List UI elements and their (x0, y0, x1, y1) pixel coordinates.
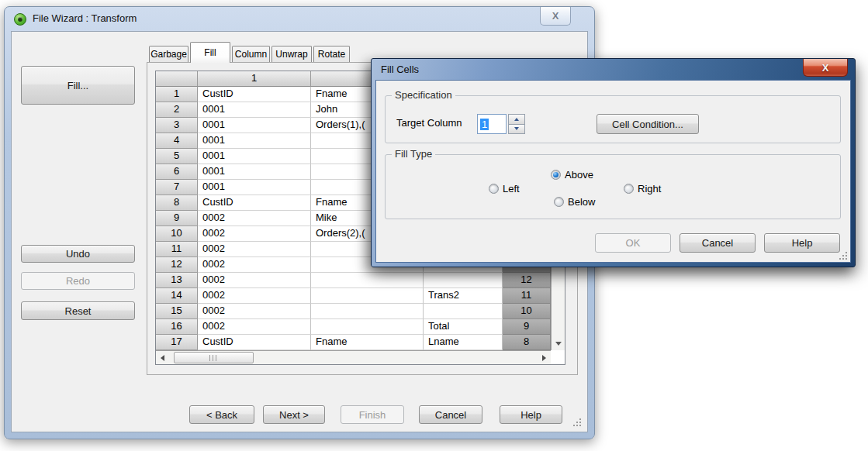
scroll-down-button[interactable] (552, 337, 565, 350)
row-number-cell[interactable]: 1 (156, 87, 198, 102)
table-cell[interactable]: CustID (198, 335, 311, 350)
window-titlebar[interactable]: File Wizard : Transform X (5, 7, 594, 31)
table-cell[interactable] (424, 304, 503, 319)
tab-garbage[interactable]: Garbage (149, 46, 188, 62)
row-number-cell[interactable]: 17 (156, 335, 198, 350)
table-cell[interactable] (311, 304, 424, 319)
table-cell[interactable]: 8 (503, 335, 551, 350)
table-cell[interactable]: 0001 (198, 149, 311, 164)
arrow-up-icon (514, 118, 519, 121)
target-column-input[interactable]: 1 (477, 114, 507, 134)
scroll-left-button[interactable] (156, 351, 169, 364)
next-button[interactable]: Next > (263, 405, 325, 424)
fill-type-group-label: Fill Type (392, 148, 435, 160)
table-cell[interactable]: CustID (198, 195, 311, 211)
dialog-resize-grip[interactable] (839, 250, 849, 260)
cancel-button[interactable]: Cancel (419, 405, 482, 424)
dialog-titlebar[interactable]: Fill Cells X (372, 59, 855, 80)
arrow-left-icon (161, 355, 164, 361)
back-button[interactable]: < Back (189, 405, 254, 424)
row-number-cell[interactable]: 10 (156, 226, 198, 242)
window-close-button[interactable]: X (540, 7, 571, 26)
table-cell[interactable]: Total (424, 319, 503, 335)
scroll-right-button[interactable] (538, 351, 551, 364)
row-number-cell[interactable]: 11 (156, 242, 198, 257)
scrollbar-thumb[interactable] (174, 352, 254, 363)
help-button[interactable]: Help (500, 405, 562, 424)
table-cell[interactable]: 10 (503, 304, 551, 319)
table-cell[interactable]: 0001 (198, 118, 311, 133)
row-number-cell[interactable]: 8 (156, 195, 198, 211)
radio-left[interactable]: Left (489, 183, 520, 194)
table-cell[interactable]: Lname (424, 335, 503, 350)
table-cell[interactable]: 0002 (198, 273, 311, 288)
finish-button[interactable]: Finish (341, 405, 404, 424)
column-header-1[interactable]: 1 (198, 71, 311, 87)
redo-button[interactable]: Redo (21, 272, 135, 290)
table-cell[interactable] (311, 288, 424, 304)
row-number-cell[interactable]: 9 (156, 211, 198, 226)
row-number-cell[interactable]: 7 (156, 180, 198, 195)
table-cell[interactable]: 0002 (198, 211, 311, 226)
table-cell[interactable]: 11 (503, 288, 551, 304)
target-column-value: 1 (480, 119, 489, 130)
row-number-cell[interactable]: 16 (156, 319, 198, 335)
corner-header-cell[interactable] (156, 71, 198, 87)
radio-above[interactable]: Above (551, 169, 593, 180)
radio-below[interactable]: Below (554, 196, 595, 207)
radio-right[interactable]: Right (624, 183, 661, 194)
cell-condition-button[interactable]: Cell Condition... (597, 114, 699, 134)
table-cell[interactable]: 9 (503, 319, 551, 335)
row-number-cell[interactable]: 6 (156, 164, 198, 180)
tab-rotate[interactable]: Rotate (313, 46, 350, 62)
horizontal-scrollbar[interactable] (156, 350, 551, 364)
table-cell[interactable]: 0002 (198, 288, 311, 304)
row-number-cell[interactable]: 3 (156, 118, 198, 133)
table-cell[interactable]: 0002 (198, 226, 311, 242)
target-column-spinner: 1 (477, 114, 525, 134)
table-cell[interactable] (311, 319, 424, 335)
table-cell[interactable]: 0002 (198, 319, 311, 335)
dialog-close-button[interactable]: X (803, 59, 848, 77)
row-number-cell[interactable]: 5 (156, 149, 198, 164)
spinner-down-button[interactable] (508, 125, 525, 135)
fill-button[interactable]: Fill... (21, 66, 135, 105)
tab-fill[interactable]: Fill (190, 42, 230, 63)
dialog-title: Fill Cells (381, 64, 419, 75)
app-icon (14, 13, 26, 26)
tab-unwrap[interactable]: Unwrap (271, 46, 312, 62)
dialog-body: Specification Target Column 1 Cell Condi… (375, 80, 851, 263)
table-cell[interactable]: 12 (503, 273, 551, 288)
table-cell[interactable]: Trans2 (424, 288, 503, 304)
tab-column[interactable]: Column (232, 46, 270, 62)
table-cell[interactable]: 0001 (198, 133, 311, 149)
row-number-cell[interactable]: 4 (156, 133, 198, 149)
table-cell[interactable]: 0002 (198, 242, 311, 257)
radio-icon (554, 197, 564, 207)
ok-button[interactable]: OK (595, 233, 671, 253)
radio-icon (489, 184, 499, 194)
table-cell[interactable] (311, 273, 424, 288)
table-cell[interactable]: 0001 (198, 180, 311, 195)
specification-group: Specification Target Column 1 Cell Condi… (385, 95, 841, 143)
dialog-cancel-button[interactable]: Cancel (680, 233, 756, 253)
table-cell[interactable]: Fname (311, 335, 424, 350)
table-cell[interactable]: 0001 (198, 102, 311, 118)
table-cell[interactable]: 0002 (198, 304, 311, 319)
dialog-help-button[interactable]: Help (764, 233, 840, 253)
table-cell[interactable] (424, 273, 503, 288)
table-cell[interactable]: CustID (198, 87, 311, 102)
row-number-cell[interactable]: 2 (156, 102, 198, 118)
resize-grip[interactable] (572, 417, 583, 427)
row-number-cell[interactable]: 12 (156, 257, 198, 273)
target-column-label: Target Column (396, 117, 462, 129)
table-row: 13000212 (156, 273, 565, 288)
table-cell[interactable]: 0001 (198, 164, 311, 180)
row-number-cell[interactable]: 13 (156, 273, 198, 288)
row-number-cell[interactable]: 14 (156, 288, 198, 304)
undo-button[interactable]: Undo (21, 245, 135, 263)
reset-button[interactable]: Reset (21, 301, 135, 320)
spinner-up-button[interactable] (508, 114, 525, 125)
row-number-cell[interactable]: 15 (156, 304, 198, 319)
table-cell[interactable]: 0002 (198, 257, 311, 273)
